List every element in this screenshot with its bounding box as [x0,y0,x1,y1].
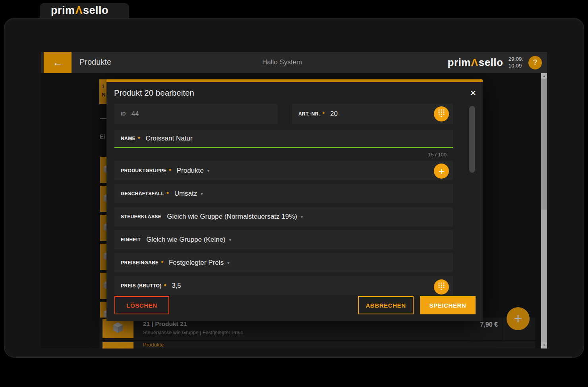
datetime-display: 29.09. 10:09 [508,56,523,69]
artnr-label: ART.-NR. [298,111,320,117]
close-button[interactable]: ✕ [467,87,479,99]
header-right-cluster: primΛsello 29.09. 10:09 ? [448,52,542,73]
chevron-down-icon: ▾ [207,168,210,173]
scroll-down-icon: ▼ [543,344,545,347]
required-marker: * [161,260,163,266]
chevron-down-icon: ▾ [227,260,230,266]
close-icon: ✕ [470,89,476,98]
scroll-up-button[interactable]: ▲ [541,73,547,79]
save-button[interactable]: SPEICHERN [420,296,476,314]
preiseingabe-label: PREISEINGABE [121,260,159,266]
preis-brutto-label: PREIS (BRUTTO) [121,283,162,289]
edit-product-modal: Produkt 20 bearbeiten ✕ ID 44 ART.-NR. *… [106,79,483,321]
date-text: 29.09. [508,56,523,62]
einheit-select[interactable]: EINHEIT Gleich wie Gruppe (Keine) ▾ [114,230,453,249]
required-marker: * [166,191,168,197]
chevron-down-icon: ▾ [201,191,203,196]
keypad-icon [438,282,445,292]
help-button[interactable]: ? [528,56,542,69]
help-icon: ? [533,58,538,67]
preiseingabe-value: Festgelegter Preis [169,259,224,267]
artnr-field[interactable]: ART.-NR. * 20 [292,104,453,124]
steuerklasse-value: Gleich wie Gruppe (Normalsteuersatz 19%) [167,213,297,221]
plus-icon: + [438,165,444,177]
name-label: NAME [121,136,135,141]
einheit-value: Gleich wie Gruppe (Keine) [146,236,225,244]
delete-button[interactable]: LÖSCHEN [114,296,169,314]
page-title: Produkte [79,58,111,67]
steuerklasse-select[interactable]: STEUERKLASSE Gleich wie Gruppe (Normalst… [114,207,453,226]
preis-keypad-button[interactable] [434,279,449,295]
page-scrollbar-thumb[interactable] [541,79,547,210]
app-tab[interactable]: primΛsello [40,3,129,19]
produktgruppe-select[interactable]: PRODUKTGRUPPE * Produkte ▾ + [114,161,453,180]
preis-brutto-value: 3,5 [172,282,181,290]
id-label: ID [121,111,126,117]
produktgruppe-value: Produkte [177,167,204,175]
chevron-down-icon: ▾ [301,214,303,219]
logo-caret-icon: Λ [471,56,479,68]
einheit-label: EINHEIT [121,237,141,243]
preiseingabe-select[interactable]: PREISEINGABE * Festgelegter Preis ▾ [114,253,453,272]
name-field[interactable]: NAME * Croissant Natur [114,130,453,148]
back-button[interactable]: ← [44,52,72,73]
app-header: ← Produkte Hallo System primΛsello 29.09… [41,52,547,73]
id-value: 44 [132,110,139,118]
modal-scrollbar-thumb[interactable] [469,106,475,173]
steuerklasse-label: STEUERKLASSE [121,214,161,219]
geschaeftsfall-value: Umsatz [174,190,197,198]
page-scrollbar[interactable]: ▲ ▼ [541,73,547,348]
artnr-value: 20 [330,110,338,118]
chevron-down-icon: ▾ [229,237,232,243]
greeting-text: Hallo System [262,58,302,66]
id-field: ID 44 [114,104,277,124]
name-value: Croissant Natur [145,135,192,142]
cancel-button[interactable]: ABBRECHEN [358,296,414,314]
produktgruppe-label: PRODUKTGRUPPE [121,168,166,173]
required-marker: * [164,283,166,289]
geschaeftsfall-label: GESCHÄFTSFALL [121,191,164,196]
modal-footer: LÖSCHEN ABBRECHEN SPEICHERN [106,295,483,321]
name-char-counter: 15 / 100 [428,152,447,158]
scroll-down-button[interactable]: ▼ [541,342,547,348]
content-area: 1 N Ei 21 | Produkt 21 Steuerklasse wie … [41,73,547,348]
primasello-logo: primΛsello [51,4,108,17]
required-marker: * [169,168,171,174]
artnr-keypad-button[interactable] [434,106,449,121]
logo-caret-icon: Λ [75,4,83,16]
modal-title: Produkt 20 bearbeiten [114,88,194,98]
time-text: 10:09 [508,63,523,69]
required-marker: * [323,111,325,117]
keypad-icon [438,109,445,119]
primasello-logo: primΛsello [448,56,503,69]
scroll-up-icon: ▲ [543,75,545,77]
preis-brutto-field[interactable]: PREIS (BRUTTO) * 3,5 [114,276,453,295]
add-produktgruppe-button[interactable]: + [434,164,449,179]
required-marker: * [138,135,140,142]
back-arrow-icon: ← [53,57,63,68]
geschaeftsfall-select[interactable]: GESCHÄFTSFALL * Umsatz ▾ [114,184,453,203]
